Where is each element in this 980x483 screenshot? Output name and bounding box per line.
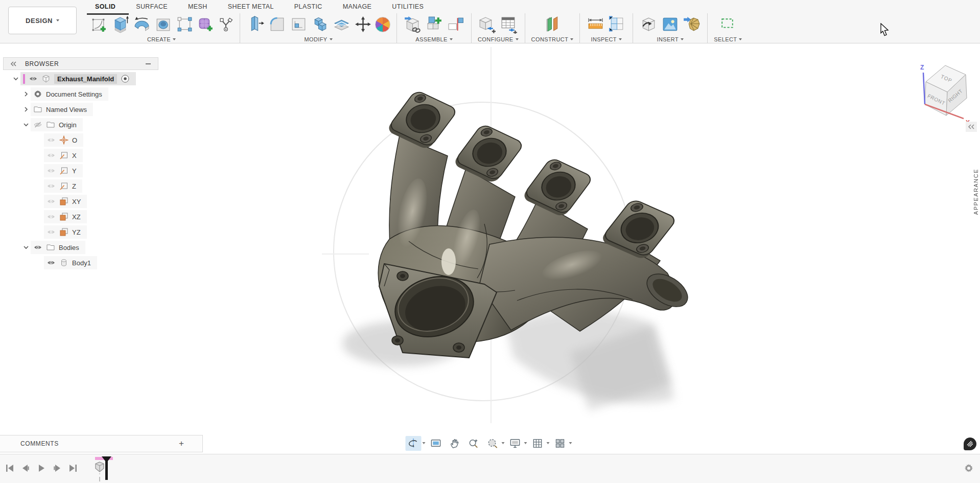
timeline-feature-item[interactable] (94, 461, 106, 476)
insert-mesh-icon[interactable] (682, 15, 701, 34)
browser-row-named-views[interactable]: Named Views (3, 103, 158, 116)
eye-dim-icon[interactable] (46, 212, 56, 221)
tab-plastic[interactable]: PLASTIC (294, 3, 322, 10)
orbit-button[interactable] (406, 436, 422, 451)
group-label-configure[interactable]: CONFIGURE (478, 36, 519, 42)
zoom-button[interactable] (466, 436, 482, 451)
eye-visible-icon[interactable] (33, 243, 42, 252)
step-back-button[interactable] (20, 463, 31, 474)
browser-row-body1[interactable]: Body1 (3, 256, 158, 269)
right-panel-collapse-button[interactable] (966, 122, 977, 132)
browser-row-origin-point[interactable]: O (3, 133, 158, 147)
browser-row-plane-xz[interactable]: XZ (3, 210, 158, 223)
tab-solid[interactable]: SOLID (95, 3, 115, 10)
look-at-button[interactable] (428, 436, 444, 451)
derive-icon[interactable] (639, 15, 658, 34)
eye-dim-icon[interactable] (46, 166, 56, 175)
browser-row-axis-y[interactable]: Y (3, 164, 158, 177)
tab-utilities[interactable]: UTILITIES (392, 3, 424, 10)
eye-visible-icon[interactable] (46, 258, 56, 267)
go-to-start-button[interactable] (4, 463, 15, 474)
group-label-create[interactable]: CREATE (147, 36, 176, 42)
eye-visible-icon[interactable] (29, 74, 38, 83)
configuration-icon[interactable] (478, 15, 497, 34)
viewports-dropdown-caret[interactable] (569, 442, 572, 444)
new-component-icon[interactable] (425, 15, 444, 34)
browser-row-plane-xy[interactable]: XY (3, 195, 158, 208)
tab-surface[interactable]: SURFACE (136, 3, 168, 10)
appearance-panel-tab[interactable]: APPEARANCE (973, 169, 979, 215)
combine-icon[interactable] (311, 15, 330, 34)
configuration-table-icon[interactable] (499, 15, 518, 34)
joint-icon[interactable] (446, 15, 465, 34)
move-copy-icon[interactable] (354, 15, 372, 34)
construction-plane-icon[interactable] (543, 15, 562, 34)
window-select-icon[interactable] (718, 15, 737, 34)
tab-sheet-metal[interactable]: SHEET METAL (228, 3, 274, 10)
chevron-right-icon[interactable] (21, 105, 31, 114)
create-form-icon[interactable] (197, 15, 216, 34)
browser-row-document-settings[interactable]: Document Settings (3, 87, 158, 101)
fillet-icon[interactable] (268, 15, 287, 34)
fit-dropdown-caret[interactable] (502, 442, 505, 444)
browser-row-axis-x[interactable]: X (3, 149, 158, 162)
viewports-button[interactable] (552, 436, 568, 451)
browser-row-component-root[interactable]: Exhaust_Manifold (3, 72, 158, 85)
component-name[interactable]: Exhaust_Manifold (54, 74, 117, 84)
group-label-inspect[interactable]: INSPECT (591, 36, 622, 42)
press-pull-icon[interactable] (246, 15, 265, 34)
appearance-icon[interactable] (375, 17, 390, 32)
orbit-dropdown-caret[interactable] (423, 442, 426, 444)
browser-row-bodies[interactable]: Bodies (3, 241, 158, 254)
eye-hidden-icon[interactable] (33, 120, 42, 129)
go-to-end-button[interactable] (67, 463, 79, 474)
eye-dim-icon[interactable] (46, 135, 56, 145)
measure-icon[interactable] (586, 15, 605, 34)
extrude-icon[interactable] (111, 15, 130, 34)
view-cube[interactable]: TOP FRONT RIGHT Z X (915, 54, 975, 129)
group-label-construct[interactable]: CONSTRUCT (531, 36, 574, 42)
display-settings-button[interactable] (507, 436, 523, 451)
chevron-right-icon[interactable] (21, 89, 31, 99)
revolve-icon[interactable] (132, 15, 151, 34)
group-label-select[interactable]: SELECT (714, 36, 742, 42)
display-dropdown-caret[interactable] (524, 442, 527, 444)
shell-icon[interactable] (289, 15, 308, 34)
chevron-down-icon[interactable] (21, 120, 31, 129)
play-button[interactable] (36, 463, 47, 474)
eye-dim-icon[interactable] (46, 197, 56, 206)
activate-component-radio-icon[interactable] (121, 74, 130, 83)
split-body-icon[interactable] (332, 15, 351, 34)
chevron-down-icon[interactable] (21, 243, 31, 252)
add-comment-button[interactable]: + (179, 439, 184, 449)
minimize-panel-icon[interactable] (144, 59, 153, 68)
canvas-icon[interactable] (661, 15, 680, 34)
collapse-panel-icon[interactable] (9, 59, 18, 68)
timeline-playhead[interactable] (105, 456, 108, 480)
pipe-icon[interactable] (218, 17, 234, 32)
group-label-insert[interactable]: INSERT (657, 36, 684, 42)
group-label-assemble[interactable]: ASSEMBLE (415, 36, 453, 42)
tab-mesh[interactable]: MESH (188, 3, 207, 10)
browser-row-axis-z[interactable]: Z (3, 179, 158, 193)
group-label-modify[interactable]: MODIFY (304, 36, 332, 42)
eye-dim-icon[interactable] (46, 227, 56, 237)
grid-display-button[interactable] (530, 436, 546, 451)
browser-row-origin[interactable]: Origin (3, 118, 158, 131)
pan-button[interactable] (447, 436, 463, 451)
tab-manage[interactable]: MANAGE (343, 3, 372, 10)
browser-row-plane-yz[interactable]: YZ (3, 225, 158, 239)
fit-button[interactable] (485, 436, 501, 451)
hole-icon[interactable] (154, 15, 173, 34)
chevron-down-icon[interactable] (11, 74, 20, 83)
insert-component-icon[interactable] (403, 15, 422, 34)
create-sketch-icon[interactable] (89, 15, 108, 34)
rectangular-pattern-icon[interactable] (175, 15, 194, 34)
eye-dim-icon[interactable] (46, 181, 56, 191)
step-forward-button[interactable] (52, 463, 63, 474)
comments-panel[interactable]: COMMENTS + (0, 435, 203, 452)
eye-dim-icon[interactable] (46, 151, 56, 160)
workspace-switcher[interactable]: DESIGN (8, 7, 77, 34)
section-analysis-icon[interactable] (608, 15, 626, 34)
timeline-settings-button[interactable] (964, 463, 974, 475)
